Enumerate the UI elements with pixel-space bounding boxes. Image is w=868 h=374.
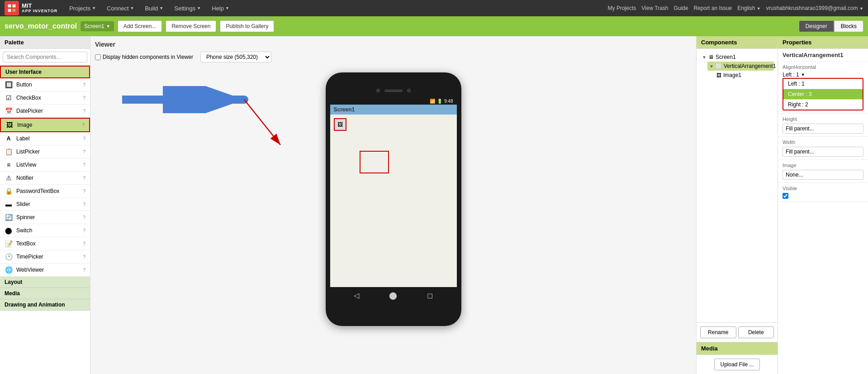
visible-label: Visible — [783, 186, 863, 191]
timepicker-icon: 🕐 — [5, 253, 13, 261]
datepicker-help[interactable]: ? — [83, 109, 85, 114]
main-layout: Palette User Interface 🔲 Button ? ☑ Chec… — [0, 36, 868, 374]
upload-file-button[interactable]: Upload File ... — [714, 359, 759, 370]
screen1-toggle[interactable]: ▼ — [702, 55, 707, 60]
add-screen-button[interactable]: Add Screen... — [118, 20, 162, 32]
va1-toggle[interactable]: ▼ — [709, 64, 714, 69]
back-button-icon: ◁ — [354, 291, 359, 300]
palette-item-switch[interactable]: ⬤ Switch ? — [0, 224, 90, 237]
palette-item-spinner[interactable]: 🔄 Spinner ? — [0, 211, 90, 224]
palette-item-notifier[interactable]: ⚠ Notifier ? — [0, 172, 90, 185]
palette-item-label[interactable]: A Label ? — [0, 132, 90, 145]
palette-item-webviewer[interactable]: 🌐 WebViewer ? — [0, 264, 90, 277]
properties-panel: Properties VerticalArrangement1 AlignHor… — [778, 36, 868, 374]
blocks-mode-button[interactable]: Blocks — [834, 20, 863, 32]
switch-icon: ⬤ — [5, 226, 13, 235]
palette-item-checkbox[interactable]: ☑ CheckBox ? — [0, 91, 90, 105]
button-help[interactable]: ? — [83, 82, 85, 87]
image1-label: Image1 — [723, 72, 741, 78]
palette-item-listview[interactable]: ≡ ListView ? — [0, 158, 90, 172]
checkbox-help[interactable]: ? — [83, 96, 85, 101]
palette-item-button[interactable]: 🔲 Button ? — [0, 78, 90, 91]
hidden-components-checkbox[interactable] — [95, 54, 101, 60]
notifier-help[interactable]: ? — [83, 176, 85, 181]
align-left-option[interactable]: Left : 1 — [783, 79, 863, 89]
media-section: Media Upload File ... — [697, 342, 778, 374]
height-input[interactable] — [783, 124, 863, 134]
search-input[interactable] — [3, 52, 87, 62]
listview-help[interactable]: ? — [83, 163, 85, 168]
tree-screen1[interactable]: ▼ 🖥 Screen1 — [700, 53, 774, 62]
nav-projects[interactable]: Projects ▼ — [65, 3, 100, 14]
props-width-group: Width — [778, 137, 868, 160]
nav-user-email[interactable]: vrushabhkrushnarao1999@gmail.com ▼ — [766, 5, 863, 11]
textbox-help[interactable]: ? — [83, 241, 85, 246]
nav-connect[interactable]: Connect ▼ — [102, 3, 138, 14]
timepicker-help[interactable]: ? — [83, 254, 85, 259]
spinner-help[interactable]: ? — [83, 215, 85, 220]
label-help[interactable]: ? — [83, 136, 85, 141]
phone-size-selector[interactable]: Phone size (505,320) Tablet size (1024,6… — [200, 52, 271, 62]
width-input[interactable] — [783, 147, 863, 157]
switch-label: Switch — [16, 227, 79, 234]
app-logo — [5, 1, 19, 15]
palette-section-media[interactable]: Media — [0, 288, 90, 299]
palette-item-image[interactable]: 🖼 Image ? — [0, 118, 90, 132]
slider-label: Slider — [16, 201, 79, 207]
screen-title-bar: Screen1 — [330, 105, 457, 115]
remove-screen-button[interactable]: Remove Screen — [166, 20, 216, 32]
align-horizontal-label: AlignHorizontal — [783, 64, 863, 70]
nav-guide[interactable]: Guide — [674, 5, 688, 11]
passwordtextbox-help[interactable]: ? — [83, 189, 85, 194]
phone-status-bar: 📶 🔋 9:48 — [330, 98, 457, 105]
screen-selector[interactable]: Screen1 ▼ — [81, 21, 114, 31]
rename-button[interactable]: Rename — [700, 326, 736, 338]
palette-title: Palette — [0, 36, 90, 49]
slider-help[interactable]: ? — [83, 202, 85, 207]
palette-section-drawing[interactable]: Drawing and Animation — [0, 299, 90, 311]
checkbox-icon: ☑ — [5, 94, 13, 102]
image-help[interactable]: ? — [82, 123, 85, 128]
nav-right: My Projects View Trash Guide Report an I… — [608, 5, 863, 11]
align-horizontal-dropdown[interactable]: Left : 1 ▼ — [783, 72, 863, 78]
publish-button[interactable]: Publish to Gallery — [220, 20, 274, 32]
nav-help[interactable]: Help ▼ — [207, 3, 234, 14]
palette-item-listpicker[interactable]: 📋 ListPicker ? — [0, 145, 90, 158]
battery-icon: 🔋 — [437, 99, 442, 104]
nav-my-projects[interactable]: My Projects — [608, 5, 636, 11]
align-right-option[interactable]: Right : 2 — [783, 100, 863, 110]
hidden-components-checkbox-label[interactable]: Display hidden components in Viewer — [95, 54, 193, 60]
nav-view-trash[interactable]: View Trash — [641, 5, 668, 11]
palette-item-timepicker[interactable]: 🕐 TimePicker ? — [0, 250, 90, 264]
nav-build[interactable]: Build ▼ — [140, 3, 168, 14]
image-prop-input[interactable] — [783, 170, 863, 180]
align-horizontal-current: Left : 1 — [783, 72, 799, 78]
webviewer-help[interactable]: ? — [83, 268, 85, 273]
palette-item-datepicker[interactable]: 📅 DatePicker ? — [0, 105, 90, 118]
palette-item-slider[interactable]: ▬ Slider ? — [0, 198, 90, 211]
palette-section-user-interface[interactable]: User Interface — [0, 66, 90, 78]
nav-language[interactable]: English ▼ — [737, 5, 761, 11]
media-title: Media — [697, 342, 778, 355]
visible-checkbox[interactable] — [783, 193, 788, 199]
notifier-icon: ⚠ — [5, 174, 13, 182]
wifi-icon: 📶 — [430, 99, 435, 104]
palette-panel: Palette User Interface 🔲 Button ? ☑ Chec… — [0, 36, 90, 374]
listpicker-help[interactable]: ? — [83, 149, 85, 154]
designer-mode-button[interactable]: Designer — [799, 20, 834, 32]
passwordtextbox-icon: 🔒 — [5, 187, 13, 195]
phone-camera — [376, 89, 380, 92]
palette-item-textbox[interactable]: 📝 TextBox ? — [0, 237, 90, 250]
textbox-label: TextBox — [16, 240, 79, 247]
nav-report-issue[interactable]: Report an Issue — [693, 5, 732, 11]
delete-button[interactable]: Delete — [738, 326, 774, 338]
switch-help[interactable]: ? — [83, 228, 85, 233]
align-center-option[interactable]: Center : 3 — [783, 89, 863, 100]
tree-vertical-arrangement1[interactable]: ▼ ⬜ VerticalArrangement1 — [707, 62, 774, 71]
viewer-controls: Display hidden components in Viewer Phon… — [95, 52, 692, 62]
props-height-group: Height — [778, 114, 868, 137]
palette-item-passwordtextbox[interactable]: 🔒 PasswordTextBox ? — [0, 185, 90, 198]
nav-settings[interactable]: Settings ▼ — [170, 3, 205, 14]
palette-section-layout[interactable]: Layout — [0, 277, 90, 288]
tree-image1[interactable]: 🖼 Image1 — [715, 71, 774, 80]
